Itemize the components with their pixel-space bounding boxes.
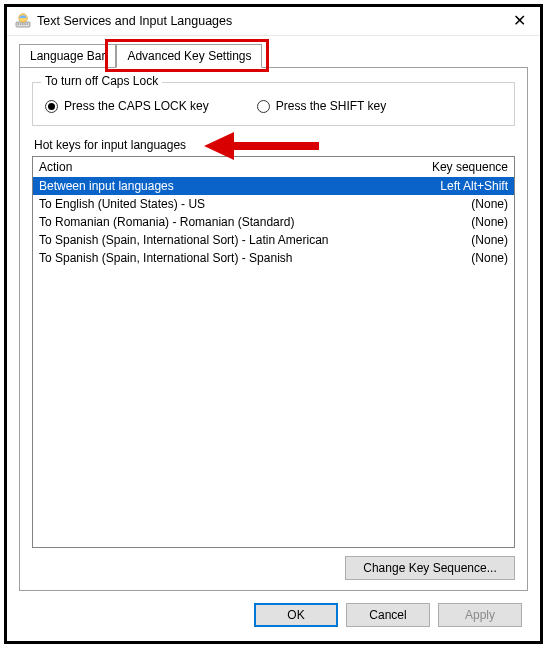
list-item[interactable]: To Romanian (Romania) - Romanian (Standa… [33, 213, 514, 231]
button-label: Change Key Sequence... [363, 561, 496, 575]
svg-rect-3 [22, 23, 24, 25]
tab-advanced-key-settings[interactable]: Advanced Key Settings [116, 44, 262, 68]
button-label: Apply [465, 608, 495, 622]
app-icon [15, 13, 31, 29]
list-item-keysequence: Left Alt+Shift [408, 179, 508, 193]
tab-label: Advanced Key Settings [127, 49, 251, 63]
list-item[interactable]: Between input languagesLeft Alt+Shift [33, 177, 514, 195]
dialog-footer: OK Cancel Apply [7, 591, 540, 641]
ok-button[interactable]: OK [254, 603, 338, 627]
tab-label: Language Bar [30, 49, 105, 63]
tabstrip: Language Bar Advanced Key Settings [19, 44, 528, 68]
list-item[interactable]: To Spanish (Spain, International Sort) -… [33, 249, 514, 267]
radio-indicator-icon [257, 100, 270, 113]
close-icon[interactable]: ✕ [507, 13, 532, 29]
list-item-action: To Spanish (Spain, International Sort) -… [39, 251, 408, 265]
tab-content: To turn off Caps Lock Press the CAPS LOC… [19, 67, 528, 591]
titlebar: Text Services and Input Languages ✕ [7, 7, 540, 36]
change-key-sequence-button[interactable]: Change Key Sequence... [345, 556, 515, 580]
hotkeys-listview[interactable]: Action Key sequence Between input langua… [32, 156, 515, 548]
list-item-keysequence: (None) [408, 233, 508, 247]
capslock-groupbox: To turn off Caps Lock Press the CAPS LOC… [32, 82, 515, 126]
cancel-button[interactable]: Cancel [346, 603, 430, 627]
list-item-keysequence: (None) [408, 215, 508, 229]
window-title: Text Services and Input Languages [37, 14, 507, 28]
svg-rect-4 [24, 23, 26, 25]
svg-rect-5 [27, 23, 29, 25]
list-item-action: Between input languages [39, 179, 408, 193]
list-item-keysequence: (None) [408, 197, 508, 211]
radio-label: Press the CAPS LOCK key [64, 99, 209, 113]
radio-capslock-key[interactable]: Press the CAPS LOCK key [45, 99, 209, 113]
radio-label: Press the SHIFT key [276, 99, 386, 113]
list-item-action: To Romanian (Romania) - Romanian (Standa… [39, 215, 408, 229]
svg-rect-1 [18, 23, 20, 25]
list-item-keysequence: (None) [408, 251, 508, 265]
apply-button: Apply [438, 603, 522, 627]
list-item[interactable]: To Spanish (Spain, International Sort) -… [33, 231, 514, 249]
hotkeys-label-text: Hot keys for input languages [34, 138, 186, 152]
list-item[interactable]: To English (United States) - US(None) [33, 195, 514, 213]
tab-language-bar[interactable]: Language Bar [19, 44, 116, 68]
groupbox-title: To turn off Caps Lock [41, 74, 162, 88]
hotkeys-section-label: Hot keys for input languages [34, 138, 515, 152]
radio-shift-key[interactable]: Press the SHIFT key [257, 99, 386, 113]
listview-header: Action Key sequence [33, 157, 514, 177]
radio-indicator-icon [45, 100, 58, 113]
listview-rows: Between input languagesLeft Alt+ShiftTo … [33, 177, 514, 547]
button-label: Cancel [369, 608, 406, 622]
list-item-action: To English (United States) - US [39, 197, 408, 211]
list-item-action: To Spanish (Spain, International Sort) -… [39, 233, 408, 247]
column-header-action: Action [39, 160, 398, 174]
svg-rect-2 [20, 23, 22, 25]
button-label: OK [287, 608, 304, 622]
column-header-keysequence: Key sequence [398, 160, 508, 174]
